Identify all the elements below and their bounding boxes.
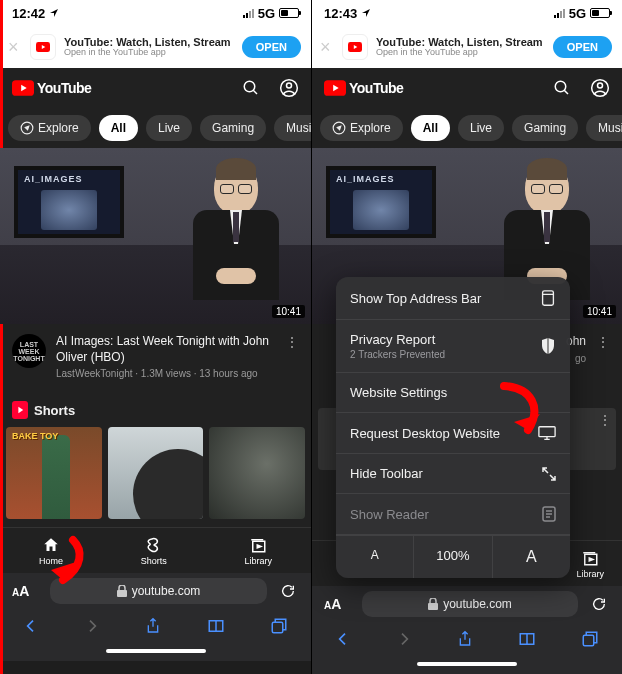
battery-icon xyxy=(590,8,610,18)
open-button[interactable]: OPEN xyxy=(553,36,612,58)
svg-point-5 xyxy=(287,83,292,88)
library-icon xyxy=(249,536,267,554)
shorts-icon xyxy=(12,401,28,419)
app-icon xyxy=(30,34,56,60)
chip-all[interactable]: All xyxy=(411,115,450,141)
lock-icon xyxy=(428,598,438,610)
host-figure xyxy=(191,162,281,302)
share-icon[interactable] xyxy=(457,630,473,652)
status-bar: 12:42 5G xyxy=(0,0,311,26)
open-button[interactable]: OPEN xyxy=(242,36,301,58)
search-icon[interactable] xyxy=(241,78,261,98)
close-icon[interactable]: × xyxy=(320,37,334,58)
svg-point-2 xyxy=(244,81,255,92)
share-icon[interactable] xyxy=(145,617,161,639)
back-icon[interactable] xyxy=(335,631,351,651)
account-icon[interactable] xyxy=(590,78,610,98)
safari-toolbar xyxy=(0,609,311,647)
url-pill[interactable]: youtube.com xyxy=(50,578,267,604)
status-time: 12:43 xyxy=(324,6,357,21)
address-bar-icon xyxy=(540,289,556,307)
compass-icon xyxy=(332,121,346,135)
chip-gaming[interactable]: Gaming xyxy=(512,115,578,141)
reload-icon[interactable] xyxy=(588,596,610,612)
more-icon[interactable]: ⋮ xyxy=(285,334,299,379)
nav-library[interactable]: Library xyxy=(576,549,604,579)
chip-explore[interactable]: Explore xyxy=(320,115,403,141)
menu-website-settings[interactable]: Website Settings xyxy=(336,373,570,413)
menu-hide-toolbar[interactable]: Hide Toolbar xyxy=(336,454,570,494)
bookmarks-icon[interactable] xyxy=(518,631,536,651)
bookmarks-icon[interactable] xyxy=(207,618,225,638)
safari-address-bar: AA youtube.com xyxy=(0,573,311,609)
youtube-header: YouTube xyxy=(0,68,311,108)
chip-music[interactable]: Music xyxy=(274,115,311,141)
tabs-icon[interactable] xyxy=(581,630,599,652)
red-edge xyxy=(0,0,3,674)
menu-show-top-bar[interactable]: Show Top Address Bar xyxy=(336,277,570,320)
location-icon xyxy=(361,8,371,18)
aa-menu-popup: Show Top Address Bar Privacy Report 2 Tr… xyxy=(336,277,570,578)
short-item[interactable] xyxy=(108,427,204,519)
svg-rect-22 xyxy=(539,427,555,437)
svg-rect-8 xyxy=(117,590,127,597)
reader-icon xyxy=(542,506,556,522)
aa-button[interactable]: AA xyxy=(12,583,40,599)
menu-show-reader: Show Reader xyxy=(336,494,570,535)
short-item[interactable]: BAKE TOY xyxy=(6,427,102,519)
home-indicator[interactable] xyxy=(312,660,622,674)
tabs-icon[interactable] xyxy=(270,617,288,639)
youtube-logo[interactable]: YouTube xyxy=(324,80,403,96)
zoom-out-button[interactable]: A xyxy=(336,536,414,578)
shorts-header: Shorts xyxy=(0,393,311,427)
video-subtext: LastWeekTonight · 1.3M views · 13 hours … xyxy=(56,368,275,379)
video-thumbnail[interactable]: AI_IMAGES 10:41 xyxy=(0,148,311,324)
chip-gaming[interactable]: Gaming xyxy=(200,115,266,141)
nav-shorts[interactable]: Shorts xyxy=(141,536,167,566)
svg-line-13 xyxy=(564,90,568,94)
shorts-row: BAKE TOY xyxy=(0,427,311,527)
svg-rect-18 xyxy=(428,603,438,610)
url-pill[interactable]: youtube.com xyxy=(362,591,578,617)
zoom-in-button[interactable]: A xyxy=(493,536,570,578)
library-icon xyxy=(581,549,599,567)
battery-icon xyxy=(279,8,299,18)
app-icon xyxy=(342,34,368,60)
signal-icon xyxy=(554,9,565,18)
youtube-logo[interactable]: YouTube xyxy=(12,80,91,96)
app-banner: × YouTube: Watch, Listen, Stream Open in… xyxy=(312,26,622,68)
svg-line-3 xyxy=(253,90,257,94)
back-icon[interactable] xyxy=(23,618,39,638)
channel-avatar[interactable]: LAST WEEK TONIGHT xyxy=(12,334,46,368)
status-bar: 12:43 5G xyxy=(312,0,622,26)
nav-library[interactable]: Library xyxy=(245,536,273,566)
close-icon[interactable]: × xyxy=(8,37,22,58)
aa-button[interactable]: AA xyxy=(324,596,352,612)
monitor: AI_IMAGES xyxy=(14,166,124,238)
status-time: 12:42 xyxy=(12,6,45,21)
menu-zoom-row: A 100% A xyxy=(336,535,570,578)
nav-home[interactable]: Home xyxy=(39,536,63,566)
duration-badge: 10:41 xyxy=(272,305,305,318)
home-indicator[interactable] xyxy=(0,647,311,661)
chip-live[interactable]: Live xyxy=(146,115,192,141)
menu-request-desktop[interactable]: Request Desktop Website xyxy=(336,413,570,454)
short-item[interactable] xyxy=(209,427,305,519)
lock-icon xyxy=(117,585,127,597)
svg-point-12 xyxy=(555,81,566,92)
zoom-level: 100% xyxy=(414,536,492,578)
more-icon[interactable]: ⋮ xyxy=(596,334,610,364)
video-meta: LAST WEEK TONIGHT AI Images: Last Week T… xyxy=(0,324,311,393)
svg-rect-20 xyxy=(543,291,554,305)
menu-privacy-report[interactable]: Privacy Report 2 Trackers Prevented xyxy=(336,320,570,373)
search-icon[interactable] xyxy=(552,78,572,98)
video-title[interactable]: AI Images: Last Week Tonight with John O… xyxy=(56,334,275,365)
signal-icon xyxy=(243,9,254,18)
account-icon[interactable] xyxy=(279,78,299,98)
chip-live[interactable]: Live xyxy=(458,115,504,141)
reload-icon[interactable] xyxy=(277,583,299,599)
chip-music[interactable]: Music xyxy=(586,115,622,141)
chip-all[interactable]: All xyxy=(99,115,138,141)
app-banner: × YouTube: Watch, Listen, Stream Open in… xyxy=(0,26,311,68)
chip-explore[interactable]: Explore xyxy=(8,115,91,141)
